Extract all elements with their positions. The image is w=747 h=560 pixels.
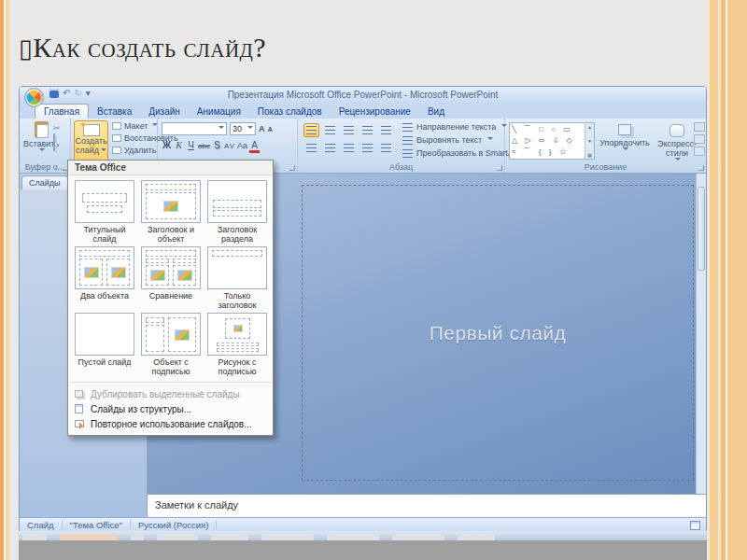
slide-placeholder-outline[interactable]: Первый слайд (302, 185, 694, 481)
tab-review[interactable]: Рецензирование (331, 105, 419, 119)
status-language-label[interactable]: Русский (Россия) (131, 520, 217, 530)
drawing-dialog-launcher-icon[interactable] (698, 165, 704, 171)
font-size-combo[interactable]: 30 (230, 122, 256, 135)
window-titlebar: ↶ ↻ ▾ Презентация Microsoft Office Power… (20, 87, 706, 104)
layout-option-two-content[interactable]: Два объекта (74, 246, 135, 310)
menu-item-duplicate-slides: Дублировать выделенные слайды (68, 386, 273, 401)
text-direction-icon (402, 123, 413, 132)
shrink-font-button[interactable]: A (268, 125, 273, 133)
layout-option-title-only[interactable]: Только заголовок (206, 246, 268, 310)
character-spacing-button[interactable]: AV (224, 140, 235, 152)
shapes-scrollbar[interactable]: ▲▼▦ (585, 123, 594, 159)
scroll-down-icon: ▼ (587, 138, 592, 144)
gallery-theme-header: Тема Office (68, 161, 273, 175)
font-color-button[interactable]: А (249, 141, 260, 153)
new-slide-layout-gallery: Тема Office Титульный слайд Заголовок и … (67, 160, 274, 436)
status-bar: Слайд "Тема Office" Русский (Россия) (20, 517, 706, 532)
columns-icon (381, 144, 391, 152)
layout-thumbnail (75, 180, 134, 223)
layout-thumbnail (141, 313, 201, 356)
tab-view[interactable]: Вид (419, 105, 453, 119)
align-left-button[interactable] (303, 141, 319, 155)
slide-title-text: Как создать слайд? (33, 32, 266, 63)
justify-button[interactable] (359, 141, 375, 155)
paragraph-dialog-launcher-icon[interactable] (497, 165, 502, 171)
office-button[interactable] (24, 88, 44, 107)
layout-option-picture-with-caption[interactable]: Рисунок с подписью (206, 313, 268, 376)
delete-icon (112, 147, 121, 154)
bold-button[interactable]: Ж (162, 139, 172, 151)
canvas-scrollbar[interactable] (696, 174, 706, 494)
bullets-button[interactable] (303, 123, 319, 137)
layout-icon (112, 122, 121, 130)
layout-option-blank[interactable]: Пустой слайд (74, 313, 135, 376)
tab-home[interactable]: Главная (35, 104, 89, 119)
increase-indent-button[interactable] (359, 123, 375, 137)
increase-indent-icon (362, 126, 373, 134)
layout-thumbnail (207, 246, 267, 289)
slide-right-accent-stripes (707, 0, 747, 560)
cut-icon[interactable]: ✂ (53, 123, 63, 133)
font-name-caret-icon (218, 126, 224, 132)
ribbon-tab-bar: Главная Вставка Дизайн Анимация Показ сл… (20, 104, 706, 119)
shape-fill-icon[interactable] (694, 122, 705, 132)
smartart-icon (402, 149, 413, 158)
content-clipart-icon (177, 270, 192, 281)
strikethrough-button[interactable]: abc (198, 140, 210, 152)
presentation-slide: ▯Как создать слайд? ↶ ↻ ▾ Презентация Mi… (0, 0, 747, 560)
tab-slides-pane[interactable]: Слайды (21, 175, 68, 189)
duplicate-slides-icon (75, 390, 83, 398)
align-center-icon (325, 144, 335, 152)
align-left-icon (306, 144, 317, 152)
new-slide-icon: ✦ (83, 124, 100, 136)
slide-body-text[interactable]: Первый слайд (303, 322, 693, 344)
columns-button[interactable] (378, 141, 394, 155)
shape-effects-icon[interactable] (694, 147, 705, 156)
tab-slideshow[interactable]: Показ слайдов (249, 105, 331, 119)
change-case-button[interactable]: Aa (237, 140, 247, 152)
content-clipart-icon (84, 267, 99, 278)
layout-option-section-header[interactable]: Заголовок раздела (206, 180, 268, 244)
font-size-caret-icon (247, 126, 253, 132)
menu-item-slides-from-outline[interactable]: Слайды из структуры... (68, 401, 273, 416)
italic-button[interactable]: К (174, 139, 184, 151)
align-text-icon (402, 136, 413, 145)
font-dialog-launcher-icon[interactable] (289, 165, 295, 171)
align-center-button[interactable] (322, 141, 338, 155)
paragraph-group-label: Абзац (298, 162, 504, 172)
view-buttons-icon[interactable] (690, 521, 700, 530)
missing-glyph-box: ▯ (19, 35, 33, 63)
grow-font-button[interactable]: A (259, 124, 265, 133)
layout-grid: Титульный слайд Заголовок и объект Загол… (68, 175, 273, 380)
slides-from-outline-icon (75, 404, 83, 413)
content-clipart-icon (111, 267, 126, 278)
slide-left-accent-stripe (0, 0, 9, 560)
scroll-up-icon: ▲ (587, 124, 592, 130)
layout-option-title-slide[interactable]: Титульный слайд (74, 180, 135, 244)
text-shadow-button[interactable]: S (212, 139, 222, 151)
notes-pane[interactable]: Заметки к слайду (148, 494, 706, 517)
sparkle-icon: ✦ (80, 120, 88, 130)
align-right-button[interactable] (341, 141, 357, 155)
font-name-combo[interactable] (162, 122, 227, 135)
decrease-indent-icon (344, 126, 354, 134)
underline-button[interactable]: Ч (186, 139, 196, 151)
scrollbar-thumb[interactable] (698, 187, 705, 271)
arrange-button[interactable]: Упорядочить (600, 124, 649, 153)
shape-outline-icon[interactable] (694, 134, 705, 144)
numbering-icon (325, 126, 335, 134)
numbering-button[interactable] (322, 123, 338, 137)
tab-insert[interactable]: Вставка (89, 105, 140, 119)
paste-dropdown-caret-icon (39, 148, 45, 154)
shapes-gallery[interactable]: ╲ ⌒ □ ○ ▭ △ ▷ ⇨ ⇩ ◇ ≈ ⌒ { } ☆ ▲▼▦ (509, 122, 595, 160)
screenshot-gray-footer (19, 540, 707, 560)
paste-clipboard-icon (35, 121, 49, 138)
layout-option-content-with-caption[interactable]: Объект с подписью (140, 313, 202, 376)
layout-option-comparison[interactable]: Сравнение (140, 246, 202, 310)
layout-option-title-and-content[interactable]: Заголовок и объект (140, 180, 202, 244)
menu-item-reuse-slides[interactable]: Повторное использование слайдов... (68, 416, 273, 431)
tab-design[interactable]: Дизайн (140, 105, 189, 119)
decrease-indent-button[interactable] (341, 123, 357, 137)
line-spacing-button[interactable] (378, 123, 394, 137)
tab-animation[interactable]: Анимация (189, 105, 249, 119)
